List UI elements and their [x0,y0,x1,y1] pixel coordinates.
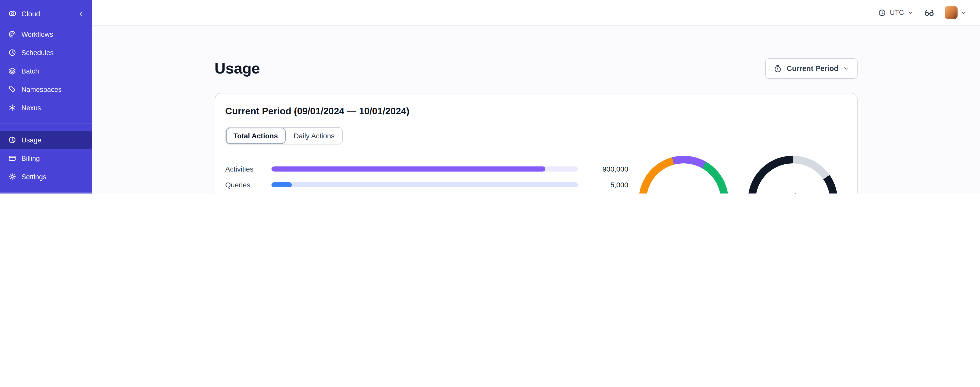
usage-charts: Activities900,000Queries5,000Signals130,… [225,156,846,194]
sidebar-item-label: Namespaces [21,86,62,93]
sidebar-header: Cloud [0,0,92,25]
schedules-icon [8,48,16,57]
tab-daily-actions[interactable]: Daily Actions [285,128,342,144]
timezone-label: UTC [890,9,904,16]
actions-tab-group: Total Actions Daily Actions [225,127,343,144]
bar-value: 5,000 [578,181,628,189]
settings-icon [8,173,16,181]
sidebar-item-label: Settings [21,173,46,181]
batch-icon [8,67,16,75]
app-root: Cloud WorkflowsSchedulesBatchNamespacesN… [0,0,980,194]
main-content: Usage Current Period Current Period (09/… [92,26,980,194]
main-column: UTC Usage Current Period [92,0,980,194]
tab-total-actions[interactable]: Total Actions [226,128,285,144]
sidebar-item-label: Usage [21,136,41,144]
nexus-icon [8,104,16,112]
chevron-down-icon [961,10,967,16]
donut-center: 0 GB/Day Total Storage [755,163,830,194]
sidebar-item-label: Batch [21,67,39,75]
usage-bar-chart: Activities900,000Queries5,000Signals130,… [225,161,628,194]
bar-label: Activities [225,165,271,173]
namespaces-icon [8,85,16,93]
card-title: Current Period (09/01/2024 — 10/01/2024) [225,106,846,117]
brand-label: Cloud [21,10,40,18]
sidebar-divider [0,123,92,124]
chevron-down-icon [908,10,914,16]
clock-icon [878,8,886,17]
sidebar: Cloud WorkflowsSchedulesBatchNamespacesN… [0,0,92,194]
sidebar-item-label: Workflows [21,30,53,38]
sidebar-item-workflows[interactable]: Workflows [0,25,92,43]
total-actions-value: 4.7 MM [670,192,697,194]
temporal-cloud-logo-icon [8,9,17,18]
sidebar-item-nexus[interactable]: Nexus [0,99,92,117]
sidebar-divider [0,192,92,193]
sidebar-item-label: Schedules [21,49,54,56]
timer-icon [773,64,782,73]
sidebar-nav-account: UsageBillingSettings [0,131,92,186]
timezone-selector[interactable]: UTC [878,8,914,17]
sidebar-collapse-button[interactable] [78,10,85,17]
sidebar-item-billing[interactable]: Billing [0,149,92,168]
topbar: UTC [92,0,980,26]
bar-track [271,166,578,171]
sidebar-item-label: Nexus [21,104,41,112]
billing-icon [8,154,16,162]
bar-track [271,182,578,187]
period-selector-button[interactable]: Current Period [765,58,857,78]
donut-center: 4.7 MM Total Actions [646,163,721,194]
bar-row-signals: Signals130,000 [225,193,628,194]
sidebar-item-label: Billing [21,154,40,162]
bar-fill [271,166,545,171]
total-storage-value: 0 GB/Day [775,192,811,194]
total-storage-donut-chart: 0 GB/Day Total Storage [748,156,837,194]
bar-value: 900,000 [578,165,628,173]
period-selector-label: Current Period [787,64,838,72]
page-header: Usage Current Period [215,58,857,78]
user-menu[interactable] [945,6,967,19]
usage-summary-card: Current Period (09/01/2024 — 10/01/2024)… [215,93,857,194]
sidebar-item-usage[interactable]: Usage [0,131,92,149]
bar-label: Queries [225,181,271,189]
sidebar-item-namespaces[interactable]: Namespaces [0,80,92,99]
bar-fill [271,182,292,187]
avatar [945,6,958,19]
workflows-icon [8,30,16,38]
sidebar-item-batch[interactable]: Batch [0,62,92,80]
sidebar-item-schedules[interactable]: Schedules [0,43,92,62]
bar-row-queries: Queries5,000 [225,177,628,193]
chevron-down-icon [843,66,849,72]
glasses-icon[interactable] [924,7,935,18]
usage-icon [8,136,16,144]
bar-row-activities: Activities900,000 [225,161,628,177]
total-actions-donut-chart: 4.7 MM Total Actions [638,156,728,194]
sidebar-nav-primary: WorkflowsSchedulesBatchNamespacesNexus [0,25,92,117]
page-title: Usage [215,60,260,77]
sidebar-item-settings[interactable]: Settings [0,168,92,186]
